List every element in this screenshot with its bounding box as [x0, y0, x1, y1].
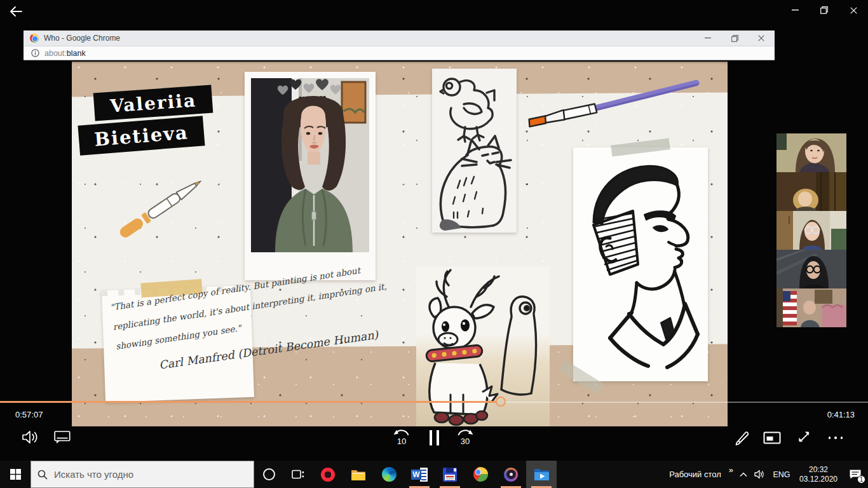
- tray-time: 20:32: [809, 465, 828, 475]
- volume-button[interactable]: [20, 428, 42, 446]
- taskbar-word[interactable]: W: [404, 461, 435, 488]
- chrome-icon: [473, 467, 488, 482]
- chicken-cat-drawing: [432, 69, 517, 233]
- taskbar-floppy-app[interactable]: [435, 461, 465, 488]
- seek-bar-played[interactable]: [0, 401, 496, 403]
- dot-icon: [841, 437, 843, 439]
- back-button[interactable]: [5, 3, 27, 20]
- fullscreen-button[interactable]: [796, 428, 813, 446]
- word-icon: W: [411, 468, 428, 482]
- toolbar-overflow-chevron[interactable]: »: [726, 456, 736, 484]
- participant-video-5: [776, 288, 846, 327]
- close-icon: [758, 35, 764, 41]
- pencil-icon: [733, 429, 750, 445]
- file-explorer-icon: [351, 468, 366, 481]
- restore-button[interactable]: [810, 0, 839, 20]
- skip-forward-arrowhead-icon: [468, 430, 473, 435]
- skip-back-arrowhead-icon: [394, 430, 399, 435]
- more-options-button[interactable]: [826, 435, 845, 441]
- chrome-close-button[interactable]: [748, 30, 775, 46]
- minimize-button[interactable]: [780, 0, 810, 20]
- chrome-minimize-button[interactable]: [695, 30, 721, 46]
- chevron-up-icon: [740, 472, 747, 477]
- minimize-icon: [705, 37, 711, 39]
- language-indicator[interactable]: ENG: [769, 461, 794, 488]
- chrome-popup-window: Who - Google Chrome: [24, 30, 775, 61]
- floppy-disk-icon: [443, 468, 457, 482]
- subtitles-icon: [54, 430, 71, 444]
- start-button[interactable]: [0, 461, 31, 488]
- opera-icon: [321, 468, 335, 482]
- subtitles-button[interactable]: [52, 430, 72, 445]
- close-button[interactable]: [839, 0, 868, 20]
- tray-volume-button[interactable]: [751, 461, 769, 488]
- participant-video-4: [776, 250, 846, 288]
- restore-icon: [731, 35, 738, 42]
- remaining-time: 0:41:13: [827, 410, 855, 419]
- participant-video-1: [776, 133, 846, 172]
- taskbar-search-box[interactable]: [31, 461, 254, 488]
- taskbar-edge[interactable]: [374, 461, 404, 488]
- speaker-icon: [22, 430, 40, 444]
- dot-icon: [834, 437, 837, 439]
- task-view-icon: [292, 469, 304, 480]
- app-window-controls: [780, 0, 868, 20]
- action-center-button[interactable]: 1: [843, 461, 868, 488]
- chrome-restore-button[interactable]: [721, 30, 748, 46]
- mini-player-button[interactable]: [763, 431, 782, 445]
- dot-icon: [829, 437, 831, 439]
- skip-back-label: 10: [397, 437, 406, 446]
- chrome-titlebar[interactable]: Who - Google Chrome: [24, 30, 775, 46]
- speaker-icon: [754, 470, 766, 479]
- profile-photo: [251, 78, 369, 252]
- page-info-icon: [31, 49, 39, 57]
- video-surface[interactable]: Valeriia Bietieva: [72, 62, 728, 426]
- search-icon: [37, 470, 48, 480]
- search-input[interactable]: [54, 469, 247, 480]
- chrome-logo-icon: [30, 34, 39, 43]
- taskbar-groove[interactable]: [496, 461, 526, 488]
- chrome-window-controls: [695, 30, 775, 46]
- fullscreen-icon: [797, 430, 812, 445]
- taskbar-movies-tv[interactable]: [526, 461, 557, 488]
- pause-button[interactable]: [426, 430, 442, 446]
- taskbar-chrome[interactable]: [465, 461, 496, 488]
- cortana-button[interactable]: [254, 461, 283, 488]
- tray-clock[interactable]: 20:32 03.12.2020: [794, 461, 843, 488]
- groove-music-icon: [504, 468, 518, 482]
- chrome-address-bar[interactable]: about:blank: [24, 46, 775, 60]
- url-host: blank: [67, 49, 86, 58]
- windows-logo-icon: [10, 469, 21, 480]
- notification-count-badge: 1: [857, 475, 865, 484]
- url-scheme: about:: [44, 49, 67, 58]
- chrome-window-title: Who - Google Chrome: [44, 34, 120, 43]
- cortana-icon: [263, 468, 275, 480]
- paintbrush-illustration: [517, 69, 709, 140]
- movies-tv-icon: [534, 468, 550, 481]
- close-icon: [850, 7, 857, 14]
- skip-forward-30-button[interactable]: 30: [454, 427, 477, 447]
- pause-bar-icon: [437, 430, 439, 445]
- mini-player-icon: [763, 431, 781, 444]
- show-hidden-icons-button[interactable]: [736, 461, 751, 488]
- skip-back-10-button[interactable]: 10: [390, 427, 413, 447]
- movies-tv-app-window: Valeriia Bietieva: [0, 0, 868, 488]
- tray-date: 03.12.2020: [799, 475, 837, 484]
- participant-video-3: [776, 211, 846, 250]
- windows-taskbar: W Рабочий стол »: [0, 461, 868, 488]
- taskbar-opera[interactable]: [313, 461, 343, 488]
- seek-bar-remaining[interactable]: [506, 402, 868, 403]
- desktop-toolbar[interactable]: Рабочий стол: [664, 461, 726, 488]
- skip-forward-label: 30: [461, 437, 470, 446]
- taskbar-spacer: [557, 461, 664, 488]
- pause-bar-icon: [430, 430, 432, 445]
- elapsed-time: 0:57:07: [15, 410, 43, 419]
- task-view-button[interactable]: [283, 461, 313, 488]
- call-participants-strip: [776, 133, 846, 327]
- taskbar-file-explorer[interactable]: [343, 461, 374, 488]
- edit-button[interactable]: [732, 428, 751, 446]
- edge-icon: [382, 467, 397, 482]
- arrow-left-icon: [10, 6, 22, 17]
- minimize-icon: [792, 10, 799, 11]
- seek-scrubber[interactable]: [496, 396, 506, 407]
